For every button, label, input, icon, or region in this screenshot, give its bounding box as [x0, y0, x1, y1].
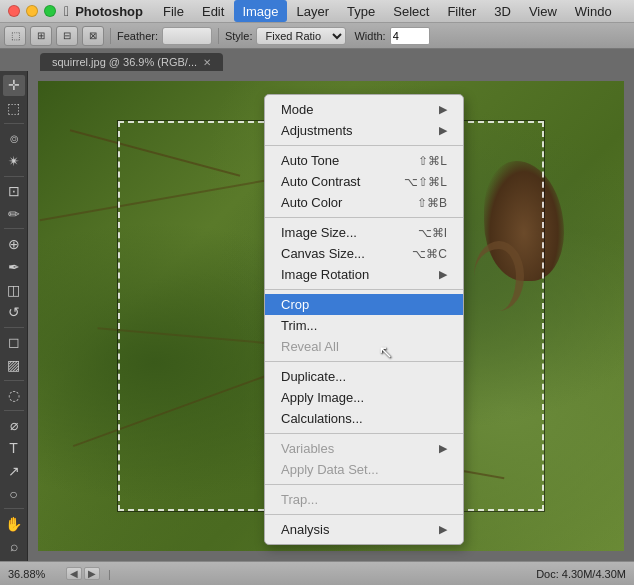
tool-lasso[interactable]: ⌾ [3, 128, 25, 149]
menu-image[interactable]: Image [234, 0, 286, 22]
app-name: Photoshop [75, 4, 143, 19]
submenu-arrow-variables: ▶ [439, 442, 447, 455]
menu-item-mode[interactable]: Mode ▶ [265, 99, 463, 120]
tool-crop[interactable]: ⊡ [3, 181, 25, 202]
menu-edit[interactable]: Edit [194, 0, 232, 22]
tool-divider-2 [4, 176, 24, 177]
menu-item-trap: Trap... [265, 489, 463, 510]
menu-item-apply-image[interactable]: Apply Image... [265, 387, 463, 408]
zoom-level: 36.88% [8, 568, 58, 580]
tool-text[interactable]: T [3, 437, 25, 458]
menu-item-adjustments[interactable]: Adjustments ▶ [265, 120, 463, 141]
tool-marquee[interactable]: ⬚ [3, 98, 25, 119]
style-label: Style: [225, 30, 253, 42]
submenu-arrow-analysis: ▶ [439, 523, 447, 536]
menu-item-auto-tone[interactable]: Auto Tone ⇧⌘L [265, 150, 463, 171]
menu-file[interactable]: File [155, 0, 192, 22]
submenu-arrow-adjustments: ▶ [439, 124, 447, 137]
menu-item-image-size[interactable]: Image Size... ⌥⌘I [265, 222, 463, 243]
menu-item-image-rotation[interactable]: Image Rotation ▶ [265, 264, 463, 285]
menu-item-canvas-size[interactable]: Canvas Size... ⌥⌘C [265, 243, 463, 264]
menu-item-auto-contrast[interactable]: Auto Contrast ⌥⇧⌘L [265, 171, 463, 192]
tool-divider-4 [4, 327, 24, 328]
tool-magic-wand[interactable]: ✴ [3, 151, 25, 172]
menu-item-auto-color[interactable]: Auto Color ⇧⌘B [265, 192, 463, 213]
tool-stamp[interactable]: ◫ [3, 279, 25, 300]
subtract-selection-btn[interactable]: ⊟ [56, 26, 78, 46]
menu-sep-1 [265, 145, 463, 146]
submenu-arrow-rotation: ▶ [439, 268, 447, 281]
width-input[interactable] [390, 27, 430, 45]
menu-item-trim[interactable]: Trim... [265, 315, 463, 336]
width-label: Width: [354, 30, 385, 42]
menu-sep-7 [265, 514, 463, 515]
document-tab[interactable]: squirrel.jpg @ 36.9% (RGB/... ✕ [40, 53, 223, 71]
tab-close-icon[interactable]: ✕ [203, 57, 211, 68]
menu-bar: File Edit Image Layer Type Select Filter… [155, 0, 620, 22]
statusbar: 36.88% ◀ ▶ | Doc: 4.30M/4.30M [0, 561, 634, 585]
menu-item-reveal-all: Reveal All [265, 336, 463, 357]
menu-view[interactable]: View [521, 0, 565, 22]
canvas-area: Mode ▶ Adjustments ▶ Auto Tone ⇧⌘L Auto … [28, 71, 634, 561]
tool-hand[interactable]: ✋ [3, 513, 25, 534]
tool-divider-1 [4, 123, 24, 124]
style-select[interactable]: Fixed Ratio Normal Fixed Size [256, 27, 346, 45]
menu-sep-5 [265, 433, 463, 434]
new-selection-btn[interactable]: ⬚ [4, 26, 26, 46]
menu-item-calculations[interactable]: Calculations... [265, 408, 463, 429]
toolbar-divider-1 [110, 28, 111, 44]
tool-zoom[interactable]: ⌕ [3, 536, 25, 557]
tool-blur[interactable]: ◌ [3, 385, 25, 406]
menu-item-analysis[interactable]: Analysis ▶ [265, 519, 463, 540]
tool-shape[interactable]: ○ [3, 483, 25, 504]
menu-filter[interactable]: Filter [439, 0, 484, 22]
menu-sep-3 [265, 289, 463, 290]
tool-spot-heal[interactable]: ⊕ [3, 233, 25, 254]
menu-sep-2 [265, 217, 463, 218]
menu-select[interactable]: Select [385, 0, 437, 22]
menu-layer[interactable]: Layer [289, 0, 338, 22]
apple-icon:  [64, 3, 69, 19]
titlebar:  Photoshop File Edit Image Layer Type S… [0, 0, 634, 23]
tool-divider-3 [4, 228, 24, 229]
submenu-arrow-mode: ▶ [439, 103, 447, 116]
add-selection-btn[interactable]: ⊞ [30, 26, 52, 46]
minimize-button[interactable] [26, 5, 38, 17]
image-dropdown-menu: Mode ▶ Adjustments ▶ Auto Tone ⇧⌘L Auto … [264, 94, 464, 545]
tool-eyedropper[interactable]: ✏ [3, 203, 25, 224]
feather-label: Feather: [117, 30, 158, 42]
status-nav: ◀ ▶ [66, 567, 100, 580]
tool-path-select[interactable]: ↗ [3, 460, 25, 481]
close-button[interactable] [8, 5, 20, 17]
doc-info: Doc: 4.30M/4.30M [536, 568, 626, 580]
main-content: ✛ ⬚ ⌾ ✴ ⊡ ✏ ⊕ ✒ ◫ ↺ ◻ ▨ ◌ ⌀ T ↗ ○ ✋ ⌕ [0, 71, 634, 561]
tabbar: squirrel.jpg @ 36.9% (RGB/... ✕ [0, 49, 634, 71]
menu-type[interactable]: Type [339, 0, 383, 22]
tool-gradient[interactable]: ▨ [3, 355, 25, 376]
tool-eraser[interactable]: ◻ [3, 332, 25, 353]
menu-window[interactable]: Windo [567, 0, 620, 22]
menu-sep-6 [265, 484, 463, 485]
window-controls [8, 5, 56, 17]
nav-next-btn[interactable]: ▶ [84, 567, 100, 580]
menu-3d[interactable]: 3D [486, 0, 519, 22]
feather-input[interactable] [162, 27, 212, 45]
tool-divider-7 [4, 508, 24, 509]
tool-divider-6 [4, 410, 24, 411]
menu-item-apply-data-set: Apply Data Set... [265, 459, 463, 480]
tool-divider-5 [4, 380, 24, 381]
toolbar-divider-2 [218, 28, 219, 44]
doc-tab-name: squirrel.jpg @ 36.9% (RGB/... [52, 56, 197, 68]
menu-item-variables: Variables ▶ [265, 438, 463, 459]
intersect-selection-btn[interactable]: ⊠ [82, 26, 104, 46]
menu-item-duplicate[interactable]: Duplicate... [265, 366, 463, 387]
tool-brush[interactable]: ✒ [3, 256, 25, 277]
tool-move[interactable]: ✛ [3, 75, 25, 96]
nav-prev-btn[interactable]: ◀ [66, 567, 82, 580]
tool-history[interactable]: ↺ [3, 302, 25, 323]
menu-sep-4 [265, 361, 463, 362]
toolbar: ⬚ ⊞ ⊟ ⊠ Feather: Style: Fixed Ratio Norm… [0, 23, 634, 49]
tool-pen[interactable]: ⌀ [3, 415, 25, 436]
menu-item-crop[interactable]: Crop [265, 294, 463, 315]
maximize-button[interactable] [44, 5, 56, 17]
